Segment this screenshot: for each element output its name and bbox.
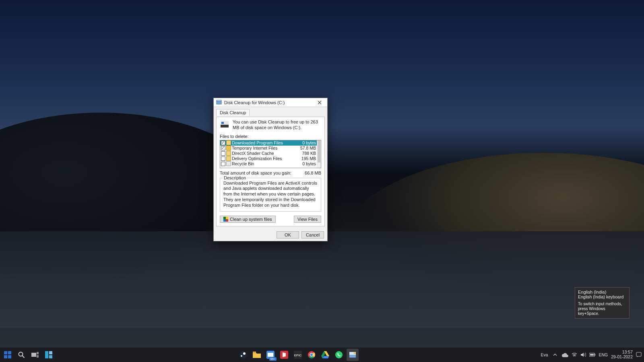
file-item-size: 0 bytes — [297, 161, 316, 166]
file-item-size: 57.8 MB — [297, 146, 316, 150]
tray-onedrive-icon[interactable] — [562, 352, 568, 357]
file-item-name: Downloaded Program Files — [232, 140, 296, 145]
svg-rect-7 — [4, 355, 7, 358]
svg-rect-13 — [45, 351, 48, 358]
tray-notifications-icon[interactable] — [636, 352, 642, 358]
svg-point-29 — [310, 354, 313, 356]
svg-rect-5 — [4, 351, 7, 354]
svg-rect-11 — [37, 352, 39, 354]
svg-rect-14 — [49, 351, 52, 354]
taskbar-app-chrome[interactable] — [305, 349, 318, 361]
svg-point-9 — [19, 352, 23, 356]
shield-icon — [223, 217, 228, 222]
svg-rect-19 — [253, 352, 256, 353]
tab-disk-cleanup[interactable]: Disk Cleanup — [216, 109, 250, 116]
file-item-name: Temporary Internet Files — [232, 146, 296, 150]
checkbox[interactable] — [221, 156, 225, 161]
cancel-button[interactable]: Cancel — [301, 231, 324, 239]
checkbox[interactable] — [221, 162, 225, 166]
disk-cleanup-dialog: Disk Cleanup for Windows (C:) Disk Clean… — [213, 98, 328, 241]
file-list-item[interactable]: Delivery Optimization Files195 MB — [220, 156, 317, 161]
file-list-item[interactable]: Downloaded Program Files0 bytes — [220, 140, 317, 146]
svg-point-30 — [335, 351, 343, 358]
total-gain-label: Total amount of disk space you gain: — [220, 171, 305, 175]
ok-button[interactable]: OK — [277, 231, 299, 239]
file-item-size: 0 bytes — [297, 140, 316, 145]
file-list-item[interactable]: Recycle Bin0 bytes — [220, 161, 317, 167]
tray-wifi-icon[interactable] — [572, 352, 577, 357]
tray-battery-icon[interactable] — [589, 353, 596, 357]
file-item-size: 788 KB — [297, 151, 316, 156]
taskbar-app-steam[interactable] — [237, 349, 249, 361]
taskbar: EPIC Eva ENG 13:57 29-01-2022 — [0, 348, 644, 362]
folder-icon — [226, 151, 231, 156]
svg-rect-37 — [636, 352, 641, 356]
svg-rect-4 — [221, 122, 224, 124]
svg-rect-12 — [37, 355, 39, 358]
svg-rect-36 — [590, 354, 594, 356]
checkbox[interactable] — [221, 151, 225, 156]
file-item-size: 195 MB — [297, 156, 316, 161]
svg-rect-31 — [349, 355, 356, 358]
task-view-button[interactable] — [29, 349, 41, 361]
tray-overflow-chevron-icon[interactable] — [551, 349, 559, 361]
checkbox[interactable] — [221, 146, 225, 150]
files-to-delete-label: Files to delete: — [220, 134, 321, 139]
description-text: Downloaded Program Files are ActiveX con… — [223, 181, 318, 208]
folder-icon — [226, 156, 231, 161]
svg-point-18 — [241, 355, 242, 357]
folder-icon — [226, 140, 231, 145]
disk-cleanup-icon — [216, 100, 222, 105]
svg-rect-1 — [217, 100, 221, 101]
files-listbox[interactable]: Downloaded Program Files0 bytesTemporary… — [220, 140, 321, 168]
taskbar-app-disk-cleanup[interactable] — [347, 349, 359, 361]
intro-text: You can use Disk Cleanup to free up to 2… — [233, 119, 321, 131]
tray-date: 29-01-2022 — [611, 355, 633, 360]
titlebar[interactable]: Disk Cleanup for Windows (C:) — [214, 98, 327, 107]
checkbox[interactable] — [221, 141, 225, 145]
svg-point-33 — [353, 352, 355, 354]
widgets-button[interactable] — [43, 349, 55, 361]
description-group: Description Downloaded Program Files are… — [220, 178, 321, 212]
total-gain-value: 66.8 MB — [305, 171, 321, 175]
tray-language-indicator[interactable]: ENG — [599, 352, 608, 357]
view-files-button[interactable]: View Files — [294, 216, 321, 223]
ime-tooltip-hint: To switch input methods, press Windows k… — [578, 302, 626, 316]
tray-clock[interactable]: 13:57 29-01-2022 — [611, 350, 633, 359]
svg-point-17 — [243, 352, 246, 355]
drive-icon — [220, 119, 229, 131]
clean-system-files-button[interactable]: Clean up system files — [220, 216, 276, 223]
tray-volume-icon[interactable] — [580, 352, 586, 357]
taskbar-app-drive[interactable] — [319, 349, 331, 361]
svg-rect-2 — [221, 125, 229, 128]
listbox-scrollbar[interactable] — [317, 140, 321, 168]
file-item-name: Recycle Bin — [232, 161, 296, 166]
taskbar-app-epic[interactable]: EPIC — [292, 349, 304, 361]
taskbar-app-mail[interactable] — [264, 349, 277, 361]
ime-tooltip: English (India) English (India) keyboard… — [575, 287, 630, 319]
taskbar-app-whatsapp[interactable] — [333, 349, 345, 361]
ime-tooltip-subtitle: English (India) keyboard — [578, 294, 626, 299]
start-button[interactable] — [2, 349, 14, 361]
dialog-title: Disk Cleanup for Windows (C:) — [224, 100, 314, 105]
svg-rect-35 — [594, 354, 595, 356]
description-legend: Description — [223, 175, 247, 180]
close-button[interactable] — [314, 99, 326, 107]
recycle-bin-icon — [226, 161, 231, 166]
svg-rect-6 — [8, 351, 11, 354]
dialog-panel: You can use Disk Cleanup to free up to 2… — [216, 117, 325, 226]
tray-eval-text: Eva — [541, 352, 548, 357]
taskbar-app-office[interactable] — [278, 349, 290, 361]
taskbar-app-explorer[interactable] — [251, 349, 263, 361]
svg-rect-21 — [268, 353, 273, 357]
svg-rect-10 — [31, 353, 36, 357]
svg-text:EPIC: EPIC — [294, 354, 301, 357]
file-list-item[interactable]: Temporary Internet Files57.8 MB — [220, 146, 317, 151]
svg-rect-15 — [49, 355, 52, 358]
clean-system-files-label: Clean up system files — [230, 217, 272, 222]
search-button[interactable] — [15, 349, 27, 361]
svg-point-16 — [239, 351, 247, 358]
tabstrip: Disk Cleanup — [214, 107, 327, 117]
svg-rect-8 — [8, 355, 11, 358]
file-list-item[interactable]: DirectX Shader Cache788 KB — [220, 151, 317, 156]
